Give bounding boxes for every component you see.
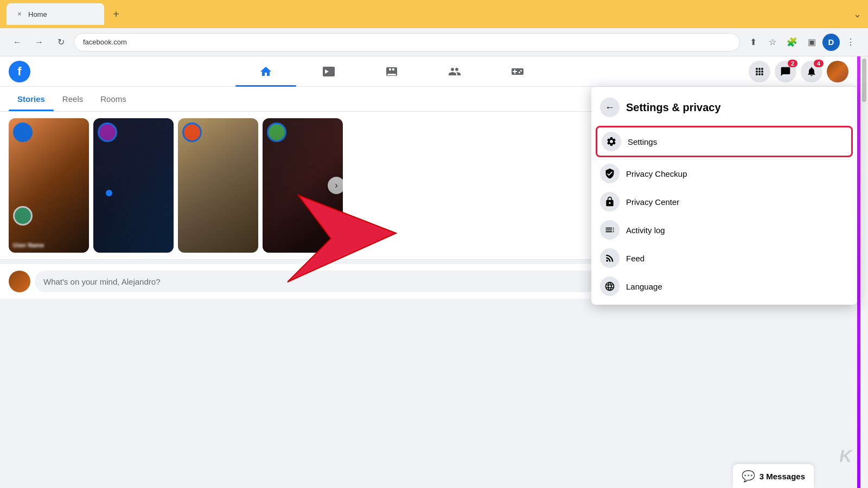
tab-list-btn[interactable]: ⌄ bbox=[853, 8, 861, 20]
fb-nav-right: 2 4 bbox=[749, 61, 848, 82]
notifications-btn[interactable]: 4 bbox=[801, 61, 822, 82]
dropdown-header: ← Settings & privacy bbox=[591, 91, 857, 124]
privacy-center-label: Privacy Center bbox=[626, 197, 679, 207]
activity-log-item[interactable]: Activity log bbox=[596, 216, 853, 244]
fb-nav bbox=[35, 59, 749, 85]
nav-groups[interactable] bbox=[424, 59, 485, 85]
back-btn[interactable]: ← bbox=[9, 34, 26, 51]
tab-bar: × Home + ⌄ bbox=[0, 0, 868, 28]
more-options-btn[interactable]: ⋮ bbox=[842, 34, 859, 51]
tab-stories[interactable]: Stories bbox=[9, 87, 54, 111]
activity-log-label: Activity log bbox=[626, 226, 665, 235]
nav-marketplace[interactable] bbox=[361, 59, 422, 85]
active-tab[interactable]: × Home bbox=[7, 3, 104, 25]
nav-home[interactable] bbox=[235, 59, 296, 85]
story-card-3[interactable] bbox=[178, 118, 258, 253]
browser-toolbar: ← → ↻ facebook.com ⬆ ☆ 🧩 ▣ D ⋮ bbox=[0, 28, 868, 56]
address-bar[interactable]: facebook.com bbox=[74, 33, 740, 52]
nav-watch[interactable] bbox=[298, 59, 359, 85]
share-icon[interactable]: ⬆ bbox=[744, 34, 762, 51]
settings-label: Settings bbox=[628, 137, 657, 146]
new-tab-btn[interactable]: + bbox=[108, 7, 124, 22]
messenger-btn[interactable]: 2 bbox=[775, 61, 796, 82]
messages-label: 3 Messages bbox=[760, 472, 805, 481]
refresh-btn[interactable]: ↻ bbox=[52, 34, 69, 51]
fb-logo[interactable]: f bbox=[9, 61, 30, 82]
extensions-icon[interactable]: 🧩 bbox=[783, 34, 801, 51]
tab-rooms[interactable]: Rooms bbox=[92, 87, 135, 111]
user-avatar[interactable] bbox=[827, 61, 848, 82]
privacy-center-icon bbox=[600, 192, 620, 211]
settings-dropdown: ← Settings & privacy Settings Privacy Ch… bbox=[591, 87, 857, 305]
forward-btn[interactable]: → bbox=[30, 34, 48, 51]
feed-item[interactable]: Feed bbox=[596, 244, 853, 272]
privacy-checkup-icon bbox=[600, 164, 620, 183]
fb-header: f 2 4 bbox=[0, 56, 857, 87]
tab-reels[interactable]: Reels bbox=[54, 87, 92, 111]
feed-icon bbox=[600, 248, 620, 268]
privacy-center-item[interactable]: Privacy Center bbox=[596, 188, 853, 216]
feed-label: Feed bbox=[626, 254, 644, 263]
split-screen-icon[interactable]: ▣ bbox=[803, 34, 820, 51]
scrollbar-thumb[interactable] bbox=[862, 59, 866, 102]
tab-title: Home bbox=[28, 10, 47, 18]
notifications-badge: 4 bbox=[814, 60, 824, 67]
tab-close-btn[interactable]: × bbox=[15, 10, 24, 18]
language-icon bbox=[600, 277, 620, 296]
watermark: K bbox=[839, 446, 852, 466]
settings-item[interactable]: Settings bbox=[596, 126, 853, 157]
messages-icon: 💬 bbox=[742, 470, 755, 483]
language-item[interactable]: Language bbox=[596, 272, 853, 300]
page-scrollbar[interactable] bbox=[860, 56, 868, 488]
dropdown-title: Settings & privacy bbox=[626, 101, 721, 114]
privacy-checkup-item[interactable]: Privacy Checkup bbox=[596, 159, 853, 188]
story-card-2[interactable] bbox=[93, 118, 174, 253]
dropdown-back-btn[interactable]: ← bbox=[600, 98, 620, 117]
story-card-1[interactable]: User Name bbox=[9, 118, 89, 253]
compose-avatar bbox=[9, 271, 30, 292]
toolbar-right: ⬆ ☆ 🧩 ▣ D ⋮ bbox=[744, 34, 859, 51]
profile-avatar-chrome[interactable]: D bbox=[822, 34, 840, 51]
privacy-checkup-label: Privacy Checkup bbox=[626, 169, 687, 178]
notification-dot bbox=[106, 190, 112, 196]
settings-icon bbox=[602, 132, 621, 151]
activity-log-icon bbox=[600, 220, 620, 240]
bookmark-icon[interactable]: ☆ bbox=[764, 34, 781, 51]
apps-btn[interactable] bbox=[749, 61, 770, 82]
messenger-badge: 2 bbox=[788, 60, 797, 67]
nav-gaming[interactable] bbox=[487, 59, 548, 85]
compose-placeholder: What's on your mind, Alejandro? bbox=[43, 277, 160, 286]
story-card-4[interactable]: › bbox=[263, 118, 343, 253]
language-label: Language bbox=[626, 282, 662, 291]
messages-bar[interactable]: 💬 3 Messages bbox=[733, 464, 814, 488]
